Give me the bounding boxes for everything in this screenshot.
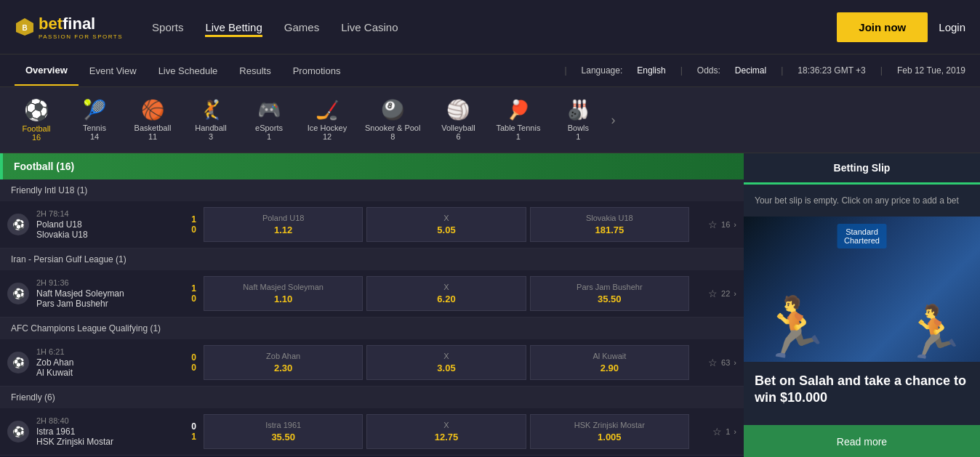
handball-icon: 🤾: [199, 99, 222, 121]
login-button[interactable]: Login: [939, 21, 965, 33]
betting-slip-empty: Your bet slip is empty. Click on any pri…: [744, 185, 980, 217]
subnav-live-schedule[interactable]: Live Schedule: [148, 57, 229, 85]
sport-basketball[interactable]: 🏀 Basketball 11: [124, 95, 182, 145]
sport-ice-hockey[interactable]: 🏒 Ice Hockey 12: [298, 95, 356, 145]
match-football-icon: ⚽: [7, 421, 29, 442]
draw-odds-box[interactable]: X 6.20: [366, 276, 526, 311]
away-odds-box[interactable]: Pars Jam Bushehr 35.50: [530, 276, 689, 311]
odds-value[interactable]: Decimal: [735, 65, 766, 76]
match-extra: ☆ 63 ›: [696, 357, 736, 368]
home-odds-box[interactable]: Poland U18 1.12: [204, 207, 363, 242]
sport-handball[interactable]: 🤾 Handball 3: [182, 95, 240, 145]
football-section-header: Football (16): [0, 153, 744, 179]
sport-tennis-count: 14: [90, 132, 99, 141]
nav-live-betting[interactable]: Live Betting: [205, 17, 262, 37]
sport-tennis[interactable]: 🎾 Tennis 14: [65, 95, 124, 145]
sport-table-tennis[interactable]: 🏓 Table Tennis 1: [487, 95, 549, 145]
main-nav: Sports Live Betting Games Live Casino: [152, 17, 837, 37]
subnav-promotions[interactable]: Promotions: [282, 57, 352, 85]
sport-tennis-name: Tennis: [83, 124, 106, 132]
odds-section: Poland U18 1.12 X 5.05 Slovakia U18 181.…: [204, 207, 689, 242]
sport-bowls[interactable]: 🎳 Bowls 1: [549, 95, 607, 145]
match-football-icon: ⚽: [7, 214, 29, 235]
draw-odds-box[interactable]: X 3.05: [366, 345, 526, 380]
join-button[interactable]: Join now: [837, 12, 928, 42]
more-odds[interactable]: 22: [721, 289, 730, 298]
score2: 0: [191, 225, 196, 235]
sport-esports-name: eSports: [255, 124, 283, 132]
star-icon[interactable]: ☆: [708, 357, 718, 368]
away-odds-label: Slovakia U18: [538, 214, 681, 222]
betting-slip-title: Betting Slip: [834, 162, 891, 174]
language-value[interactable]: English: [637, 65, 665, 76]
more-arrow[interactable]: ›: [734, 289, 736, 298]
ice-hockey-icon: 🏒: [316, 99, 339, 121]
subnav-results[interactable]: Results: [228, 57, 281, 85]
score2: 0: [191, 363, 196, 373]
sport-volleyball[interactable]: 🏐 Volleyball 6: [429, 95, 487, 145]
draw-odds-value: 5.05: [374, 225, 518, 235]
draw-odds-box[interactable]: X 12.75: [366, 414, 526, 449]
more-odds[interactable]: 1: [726, 427, 730, 436]
sport-snooker[interactable]: 🎱 Snooker & Pool 8: [356, 95, 429, 145]
match-extra: ☆ 1 ›: [696, 426, 736, 437]
sport-football[interactable]: ⚽ Football 16: [7, 94, 65, 145]
away-odds-box[interactable]: Slovakia U18 181.75: [530, 207, 689, 242]
more-odds[interactable]: 16: [721, 220, 730, 229]
odds-section: Zob Ahan 2.30 X 3.05 Al Kuwait 2.90: [204, 345, 689, 380]
more-arrow[interactable]: ›: [734, 220, 736, 229]
team2-name: Slovakia U18: [36, 230, 88, 240]
away-odds-box[interactable]: HSK Zrinjski Mostar 1.005: [530, 414, 689, 449]
sport-table-tennis-count: 1: [516, 132, 521, 141]
subnav-event-view[interactable]: Event View: [79, 57, 148, 85]
match-scores: 0 1: [167, 421, 196, 442]
score2: 1: [191, 432, 196, 442]
tennis-icon: 🎾: [83, 99, 106, 121]
home-odds-label: Poland U18: [212, 214, 355, 222]
home-odds-box[interactable]: Zob Ahan 2.30: [204, 345, 363, 380]
logo-icon: B: [15, 17, 35, 37]
more-arrow[interactable]: ›: [734, 427, 736, 436]
more-arrow[interactable]: ›: [734, 358, 736, 367]
logo-text: betfinal: [39, 15, 123, 33]
odds-section: Naft Masjed Soleyman 1.10 X 6.20 Pars Ja…: [204, 276, 689, 311]
read-more-button[interactable]: Read more: [744, 425, 980, 457]
draw-label: X: [374, 283, 518, 291]
main-layout: Football (16) Friendly Intl U18 (1) ⚽ 2H…: [0, 153, 980, 457]
draw-odds-value: 6.20: [374, 294, 518, 304]
odds-section: Istra 1961 35.50 X 12.75 HSK Zrinjski Mo…: [204, 414, 689, 449]
sports-next-arrow[interactable]: ›: [611, 113, 615, 128]
home-odds-value: 1.10: [212, 294, 355, 304]
draw-odds-box[interactable]: X 5.05: [366, 207, 526, 242]
sport-handball-name: Handball: [195, 124, 226, 132]
score1: 1: [191, 214, 196, 225]
home-odds-box[interactable]: Naft Masjed Soleyman 1.10: [204, 276, 363, 311]
time-divider: |: [781, 65, 783, 76]
sport-esports[interactable]: 🎮 eSports 1: [240, 95, 298, 145]
promo-text: Bet on Salah and take a chance to win $1…: [744, 362, 980, 418]
match-time: 2H 91:36: [36, 278, 124, 287]
odds-divider: |: [680, 65, 683, 76]
nav-sports[interactable]: Sports: [152, 17, 183, 37]
time-display[interactable]: 18:36:23 GMT +3: [798, 65, 866, 76]
football-icon: ⚽: [24, 98, 49, 122]
section-title: Football (16): [14, 161, 74, 172]
team1-name: Naft Masjed Soleyman: [36, 288, 124, 299]
away-odds-value: 35.50: [538, 294, 681, 304]
score2: 0: [191, 294, 196, 304]
star-icon[interactable]: ☆: [712, 426, 722, 437]
betting-slip-header: Betting Slip: [744, 153, 980, 185]
subnav-overview[interactable]: Overview: [15, 56, 79, 86]
away-odds-box[interactable]: Al Kuwait 2.90: [530, 345, 689, 380]
home-odds-box[interactable]: Istra 1961 35.50: [204, 414, 363, 449]
match-football-icon: ⚽: [7, 352, 29, 373]
nav-live-casino[interactable]: Live Casino: [341, 17, 398, 37]
star-icon[interactable]: ☆: [708, 219, 718, 230]
star-icon[interactable]: ☆: [708, 288, 718, 299]
nav-games[interactable]: Games: [284, 17, 319, 37]
odds-label: Odds:: [697, 65, 720, 76]
home-odds-label: Naft Masjed Soleyman: [212, 283, 355, 291]
more-odds[interactable]: 63: [721, 358, 730, 367]
away-odds-label: Pars Jam Bushehr: [538, 283, 681, 291]
table-row: ⚽ 2H 91:36 Naft Masjed Soleyman Pars Jam…: [0, 270, 744, 318]
